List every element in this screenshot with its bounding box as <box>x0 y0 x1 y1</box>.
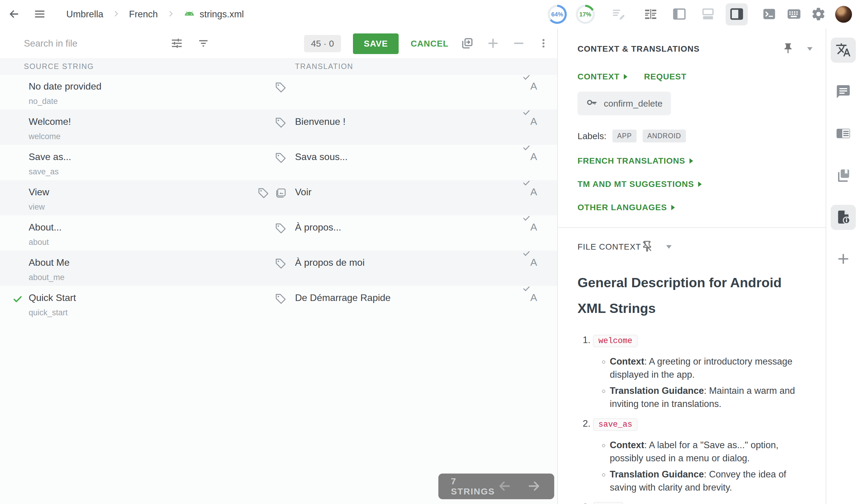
tag-icon[interactable] <box>257 187 269 215</box>
table-row[interactable]: View view Voir A <box>0 180 557 215</box>
user-menu-button[interactable] <box>835 6 852 23</box>
section-label: FRENCH TRANSLATIONS <box>577 156 685 166</box>
table-row[interactable]: Quick Start quick_start De Démarrage Rap… <box>0 286 557 321</box>
string-key-pill[interactable]: confirm_delete <box>577 92 671 115</box>
tag-icon[interactable] <box>275 258 287 286</box>
translated-progress-ring[interactable]: 64% <box>548 5 567 24</box>
point-label: Context <box>610 440 644 450</box>
chevron-right-icon <box>624 74 627 80</box>
tab-request-label: REQUEST <box>644 72 687 82</box>
point-label: Translation Guidance <box>610 386 704 396</box>
string-description-list: welcome Context: A greeting or introduct… <box>577 333 813 504</box>
view-mode-right-panel-button[interactable] <box>726 3 748 25</box>
table-row[interactable]: About... about À propos... A <box>0 215 557 250</box>
editor-toolbar: 45 · 0 SAVE CANCEL <box>0 29 557 59</box>
rail-dictionary-button[interactable] <box>831 163 856 188</box>
cancel-button[interactable]: CANCEL <box>411 39 448 49</box>
zoom-out-button[interactable] <box>512 37 526 51</box>
translate-icon <box>835 42 851 59</box>
file-info-icon <box>835 209 851 226</box>
panel-divider <box>558 227 826 228</box>
filter-button[interactable] <box>197 37 210 51</box>
approved-progress-ring[interactable]: 17% <box>576 5 595 24</box>
translation-text <box>295 74 530 110</box>
chevron-right-icon <box>167 10 175 19</box>
edit-list-button[interactable] <box>611 6 626 23</box>
tag-icon[interactable] <box>275 222 287 250</box>
string-key-value: confirm_delete <box>604 99 663 109</box>
table-row[interactable]: Welcome! welcome Bienvenue ! A <box>0 110 557 145</box>
collapse-panel-button[interactable] <box>807 47 813 51</box>
file-context-heading: General Description for Android XML Stri… <box>577 270 813 321</box>
tag-icon[interactable] <box>275 293 287 321</box>
shortcuts-button[interactable] <box>786 6 802 23</box>
zoom-in-button[interactable] <box>486 37 500 51</box>
translation-text: À propos... <box>295 215 530 250</box>
section-label: TM AND MT SUGGESTIONS <box>577 179 694 189</box>
right-panel-layout-icon <box>729 6 744 23</box>
arrow-left-icon <box>497 478 513 495</box>
section-other-languages[interactable]: OTHER LANGUAGES <box>577 203 813 212</box>
label-badge[interactable]: ANDROID <box>643 130 686 142</box>
label-badge[interactable]: APP <box>613 130 637 142</box>
screenshot-icon[interactable] <box>275 187 287 215</box>
section-french-translations[interactable]: FRENCH TRANSLATIONS <box>577 156 813 166</box>
collapse-file-context-button[interactable] <box>666 245 672 249</box>
status-approved-icon <box>13 300 23 305</box>
table-row[interactable]: No date provided no_date A <box>0 74 557 110</box>
breadcrumb-project[interactable]: Umbrella <box>66 9 103 20</box>
save-button[interactable]: SAVE <box>353 33 399 54</box>
tag-icon[interactable] <box>275 117 287 145</box>
view-mode-left-panel-button[interactable] <box>668 3 690 25</box>
chevron-right-icon <box>112 10 120 19</box>
advanced-filter-button[interactable] <box>170 37 183 51</box>
copy-source-icon <box>460 37 474 51</box>
strings-pager: 7 STRINGS <box>438 474 554 499</box>
string-key: save_as <box>29 167 257 176</box>
table-header: SOURCE STRING TRANSLATION <box>0 59 557 74</box>
translated-percent: 64% <box>548 5 567 24</box>
table-row[interactable]: About Me about_me À propos de moi A <box>0 250 557 286</box>
rail-file-context-button[interactable] <box>831 205 856 230</box>
main-menu-button[interactable] <box>33 8 46 21</box>
filter-icon <box>197 37 210 51</box>
translation-text: À propos de moi <box>295 250 530 286</box>
tag-icon[interactable] <box>275 152 287 180</box>
unpin-file-context-button[interactable] <box>641 240 653 253</box>
section-tm-mt-suggestions[interactable]: TM AND MT SUGGESTIONS <box>577 179 813 189</box>
breadcrumb-language[interactable]: French <box>129 9 158 20</box>
back-button[interactable] <box>8 8 20 21</box>
tab-context[interactable]: CONTEXT <box>577 72 627 82</box>
view-mode-list-button[interactable] <box>640 3 662 25</box>
search-input[interactable] <box>24 38 161 49</box>
copy-source-button[interactable] <box>460 37 474 51</box>
key-icon <box>586 97 598 111</box>
view-mode-bottom-panel-button[interactable] <box>697 3 719 25</box>
rail-comments-button[interactable] <box>831 80 856 104</box>
breadcrumb-file[interactable]: strings.xml <box>200 9 244 20</box>
source-string: View <box>29 187 257 198</box>
previous-page-button[interactable] <box>497 478 513 495</box>
chevron-right-icon <box>698 182 702 187</box>
string-key: about_me <box>29 273 257 282</box>
more-options-button[interactable] <box>538 37 549 50</box>
string-key: view <box>29 202 257 212</box>
settings-button[interactable] <box>811 6 826 23</box>
pin-panel-button[interactable] <box>782 42 794 55</box>
console-button[interactable] <box>761 6 777 23</box>
next-page-button[interactable] <box>526 478 542 495</box>
rail-add-panel-button[interactable] <box>831 247 856 272</box>
approved-percent: 17% <box>576 5 595 24</box>
code-key: welcome <box>593 335 637 347</box>
translation-editor-app: Umbrella French strings.xml 64% <box>0 0 860 504</box>
translation-text: Voir <box>295 180 530 215</box>
context-panel: CONTEXT & TRANSLATIONS CONTEXT REQUEST <box>557 29 826 504</box>
unpin-icon <box>641 240 653 253</box>
table-row[interactable]: Save as... save_as Sava sous... A <box>0 145 557 180</box>
translation-text: Sava sous... <box>295 145 530 180</box>
tag-icon[interactable] <box>275 82 287 110</box>
rail-translations-button[interactable] <box>831 38 856 63</box>
string-key: no_date <box>29 97 257 106</box>
rail-terms-button[interactable] <box>831 121 856 146</box>
tab-request[interactable]: REQUEST <box>644 72 687 82</box>
